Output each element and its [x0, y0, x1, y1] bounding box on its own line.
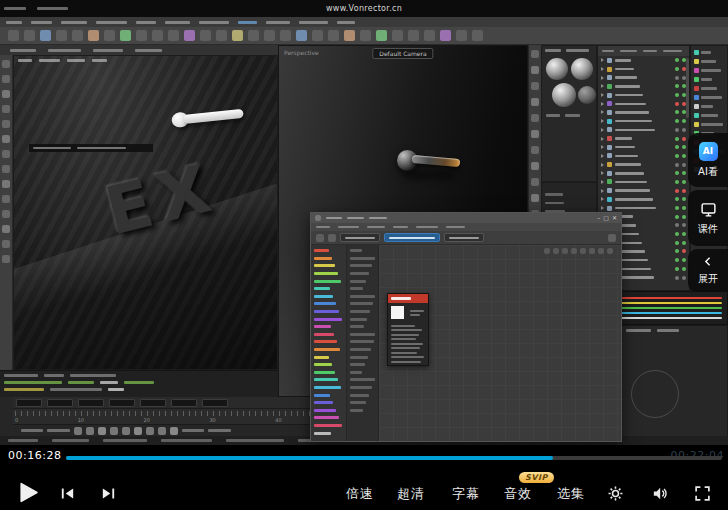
visibility-dot [675, 154, 679, 158]
courseware-button[interactable]: 课件 [688, 190, 728, 246]
node-editor-menu [311, 223, 621, 231]
render-dot [682, 276, 686, 280]
material-label [314, 394, 330, 397]
expand-triangle [601, 171, 604, 175]
frame-label: 40 [275, 417, 281, 423]
node-param [391, 352, 417, 354]
icon-block [72, 30, 83, 41]
settings-button[interactable] [607, 485, 624, 502]
object-icon [607, 206, 612, 211]
text-block [103, 439, 147, 442]
icon-block [531, 50, 539, 58]
list-row [347, 308, 378, 316]
c4d-toolbar [0, 27, 728, 45]
object-row [598, 117, 689, 126]
tab-pill [444, 233, 484, 242]
material-label [314, 363, 332, 366]
text-block [416, 226, 438, 229]
material-row [311, 422, 346, 430]
text-block [350, 409, 363, 412]
material-row [311, 399, 346, 407]
material-label [314, 424, 342, 427]
node-param [391, 347, 420, 349]
list-row [347, 262, 378, 270]
icon-block [344, 30, 355, 41]
icon-block [571, 248, 577, 254]
list-row [347, 285, 378, 293]
text-block [701, 51, 711, 54]
next-button[interactable] [100, 485, 117, 502]
video-content[interactable]: EX Perspective Default Camera [0, 17, 728, 445]
previous-button[interactable] [59, 485, 76, 502]
speed-button[interactable]: 倍速 [345, 485, 375, 503]
list-row [347, 331, 378, 339]
visibility-dot [675, 241, 679, 245]
node-editor-titlebar: – ▢ ✕ [311, 213, 621, 223]
watermark-circle [631, 370, 679, 418]
expand-triangle [601, 154, 604, 158]
text-block [350, 280, 366, 283]
icon-block [562, 248, 568, 254]
object-icon [607, 136, 612, 141]
text-block [701, 114, 718, 117]
text-block [96, 21, 127, 24]
text-block [701, 69, 721, 72]
expand-label: 展开 [698, 272, 718, 286]
text-block [67, 59, 85, 62]
handle-shadow [403, 172, 457, 179]
object-icon [607, 179, 612, 184]
visibility-dot [675, 84, 679, 88]
episodes-button[interactable]: 选集 [556, 485, 586, 503]
text-block [4, 7, 26, 10]
ai-view-button[interactable]: AI AI看 [688, 133, 728, 187]
object-icon [607, 188, 612, 193]
render-dot [682, 154, 686, 158]
text-block [367, 226, 385, 229]
object-row [598, 186, 689, 195]
visibility-dot [675, 276, 679, 280]
text-block [208, 429, 231, 432]
subtitle-button[interactable]: 字幕 [451, 485, 481, 503]
text-block [701, 96, 722, 99]
fullscreen-button[interactable] [694, 485, 711, 502]
text-block [350, 287, 363, 290]
material-row [311, 255, 346, 263]
icon-block [296, 30, 307, 41]
shader-chip [694, 77, 699, 82]
play-button[interactable] [15, 480, 40, 505]
current-time: 00:16:28 [8, 449, 61, 462]
text-block [21, 429, 43, 432]
volume-button[interactable] [651, 485, 668, 502]
list-row [347, 247, 378, 255]
node-param [391, 325, 415, 327]
text-block [47, 429, 70, 432]
visibility-dot [675, 223, 679, 227]
text-block [350, 325, 364, 328]
expand-triangle [601, 76, 604, 80]
icon-block [531, 146, 539, 154]
scrollbar [686, 58, 689, 118]
node-param [410, 314, 420, 316]
text-block [663, 50, 682, 53]
expand-button[interactable]: 展开 [688, 249, 728, 292]
object-name [615, 198, 653, 201]
icon-block [122, 427, 130, 435]
node-editor-window: – ▢ ✕ [310, 212, 622, 442]
sound-effect-button[interactable]: 音效 [503, 485, 533, 503]
icon-block [2, 210, 10, 218]
list-row [347, 399, 378, 407]
c4d-stats-area [0, 370, 278, 397]
icon-block [2, 240, 10, 248]
icon-block [531, 66, 539, 74]
text-block [657, 329, 679, 332]
text-block [337, 21, 355, 24]
material-label [314, 378, 338, 381]
progress-bar[interactable] [66, 456, 722, 460]
object-name [615, 207, 656, 210]
render-dot [682, 163, 686, 167]
object-icon [607, 197, 612, 202]
icon-block [2, 180, 10, 188]
c4d-menubar [0, 17, 728, 27]
visibility-dot [675, 232, 679, 236]
quality-button[interactable]: 超清 [396, 485, 426, 503]
